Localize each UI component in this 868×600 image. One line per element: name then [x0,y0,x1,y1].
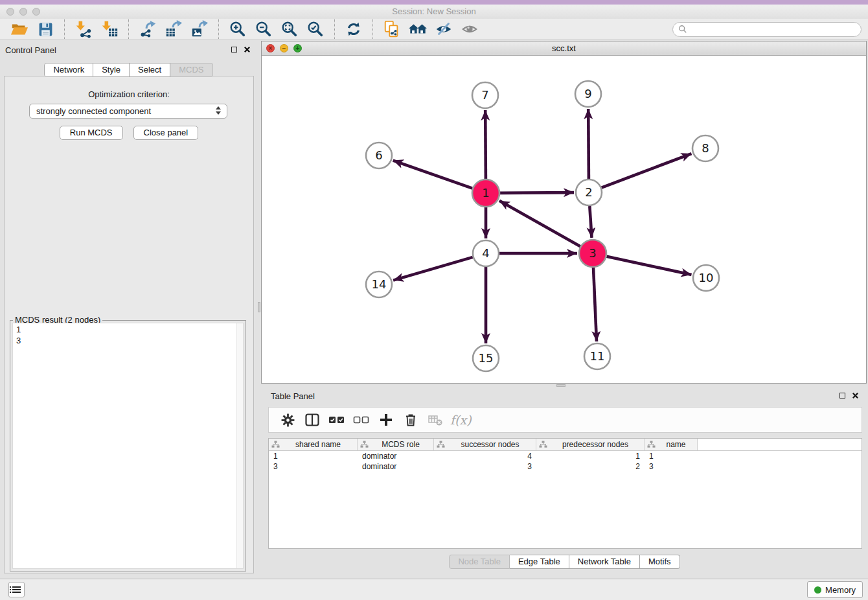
zoom-selected-icon[interactable] [305,19,326,39]
delete-columns-icon[interactable] [402,411,419,428]
memory-label: Memory [825,585,856,595]
tree-sort-icon [360,441,371,448]
search-field[interactable] [672,22,862,37]
home-view-icon[interactable] [407,19,428,39]
column-header-name[interactable]: name [645,439,698,450]
tab-node-table[interactable]: Node Table [449,555,510,569]
show-all-icon[interactable] [459,19,480,39]
close-panel-button[interactable]: Close panel [133,126,199,140]
select-chevrons-icon [216,106,222,115]
toolbar-separator [334,19,335,39]
control-panel-title: Control Panel [5,45,56,55]
graph-node-label: 9 [584,87,591,100]
graph-edge-2-8[interactable] [602,154,692,188]
mcds-result-group: MCDS result (2 nodes) 13 [10,320,246,571]
graph-node-label: 3 [589,246,596,260]
graph-edge-1-7[interactable] [485,110,486,179]
column-header-MCDS-role[interactable]: MCDS role [358,439,434,450]
hide-selected-icon[interactable] [433,19,454,39]
network-canvas[interactable]: 1234678910111415 [262,56,866,383]
import-table-icon[interactable] [99,19,120,39]
table-panel-title: Table Panel [271,391,315,401]
tab-edge-table[interactable]: Edge Table [510,555,569,569]
save-session-icon[interactable] [35,19,56,39]
add-column-icon[interactable] [378,411,394,428]
column-header-predecessor-nodes[interactable]: predecessor nodes [536,439,645,450]
toolbar-separator [218,19,219,39]
float-panel-icon[interactable] [231,47,237,52]
criterion-value: strongly connected component [36,106,151,116]
graph-edge-3-11[interactable] [593,268,597,341]
table-row[interactable]: 3dominator323 [269,461,862,472]
open-session-icon[interactable] [9,19,30,39]
graph-edge-2-3[interactable] [589,206,591,238]
toolbar-separator [128,19,129,39]
table-row[interactable]: 1dominator411 [269,451,862,461]
graph-edge-3-1[interactable] [499,201,580,246]
tab-network-table[interactable]: Network Table [569,555,640,569]
graph-edge-1-2[interactable] [500,192,574,193]
table-cell: 1 [645,452,698,461]
splitter-handle[interactable] [258,302,260,312]
table-body: 1dominator4113dominator323 [269,451,862,472]
clear-checkboxes-icon[interactable] [353,411,370,428]
import-network-icon[interactable] [73,19,94,39]
node-table: shared nameMCDS rolesuccessor nodesprede… [268,438,862,549]
refresh-view-icon[interactable] [343,19,364,39]
zoom-out-icon[interactable] [253,19,274,39]
float-panel-icon[interactable] [839,393,845,398]
table-cell: 3 [434,462,536,471]
select-all-checkboxes-icon[interactable] [328,411,345,428]
tree-sort-icon [647,441,657,448]
tab-style[interactable]: Style [93,63,130,77]
result-line[interactable]: 1 [16,324,240,335]
export-network-icon[interactable] [137,19,158,39]
table-panel: Table Panel [261,387,868,575]
tree-sort-icon [271,441,282,448]
tab-mcds[interactable]: MCDS [170,63,212,77]
delete-table-icon [427,411,444,428]
table-cell: 2 [536,462,645,471]
column-header-shared-name[interactable]: shared name [269,439,358,450]
tree-sort-icon [539,441,549,448]
export-table-icon[interactable] [163,19,184,39]
toolbar-separator [64,19,65,39]
close-panel-icon[interactable] [852,392,859,399]
main-toolbar [0,19,868,40]
tab-network[interactable]: Network [44,63,93,77]
graph-edge-3-10[interactable] [607,257,692,275]
desktop-strip [0,0,868,5]
graph-node-label: 15 [479,351,494,365]
column-header-successor-nodes[interactable]: successor nodes [434,439,536,450]
graph-edge-4-14[interactable] [393,257,473,281]
search-input[interactable] [687,24,856,34]
task-history-button[interactable] [8,582,25,597]
close-panel-icon[interactable] [244,46,251,53]
mcds-result-list[interactable]: 13 [12,323,244,569]
run-mcds-button[interactable]: Run MCDS [60,126,123,140]
zoom-fit-icon[interactable] [279,19,300,39]
export-image-icon[interactable] [189,19,210,39]
memory-button[interactable]: Memory [807,581,863,598]
table-tabs: Node TableEdge TableNetwork TableMotifs [261,555,868,569]
graph-node-label: 14 [372,277,387,291]
settings-gear-icon[interactable] [279,411,296,428]
duplicate-network-icon[interactable] [382,19,402,39]
result-line[interactable]: 3 [16,335,240,346]
control-panel: Control Panel NetworkStyleSelectMCDS Opt… [0,40,257,579]
toolbar-separator [372,19,373,39]
split-view-icon[interactable] [304,411,321,428]
graph-edge-1-6[interactable] [393,161,473,189]
table-cell: 1 [269,452,358,461]
tab-motifs[interactable]: Motifs [640,555,680,569]
table-cell: 3 [645,462,698,471]
graph-edge-2-9[interactable] [588,109,589,179]
table-toolbar: f(x) [268,407,862,433]
result-scrollbar[interactable] [236,323,243,568]
criterion-select[interactable]: strongly connected component [29,104,227,119]
zoom-in-icon[interactable] [227,19,248,39]
tab-select[interactable]: Select [130,63,170,77]
right-column: × − + scc.txt 1234678910111415 Table Pan… [261,40,868,579]
status-bar: Memory [0,579,868,600]
graph-node-label: 11 [590,349,605,363]
